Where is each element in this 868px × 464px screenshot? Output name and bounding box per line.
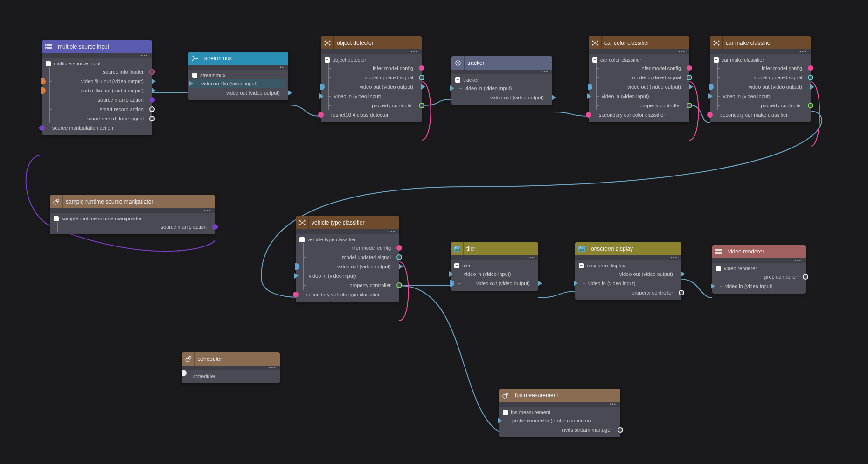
output-port[interactable]	[149, 116, 155, 121]
port-row[interactable]: video in (video input)	[451, 84, 552, 93]
port-row[interactable]: video out (video output)	[575, 269, 681, 279]
input-port[interactable]	[39, 125, 45, 131]
node-fps-measurement[interactable]: fps measurement ••• −fps measurement pro…	[499, 389, 620, 437]
input-port[interactable]	[182, 370, 187, 376]
port-row[interactable]: video out (video output)	[451, 279, 538, 288]
node-header[interactable]: object detector	[321, 36, 422, 49]
input-port[interactable]	[320, 84, 325, 90]
node-sample-runtime-source-manipulator[interactable]: sample runtime source manipulator ••• −s…	[50, 195, 215, 234]
input-port[interactable]	[588, 84, 592, 90]
node-header[interactable]: scheduler	[182, 352, 280, 366]
output-port[interactable]	[419, 65, 424, 71]
node-header[interactable]: fps measurement	[499, 389, 620, 402]
input-port[interactable]	[319, 93, 324, 99]
input-port[interactable]	[41, 87, 46, 94]
port-row[interactable]: video in (video input)	[296, 271, 399, 281]
node-drag-handle[interactable]: •••	[710, 49, 811, 54]
section-header[interactable]: −car color classifier	[589, 56, 689, 63]
output-port[interactable]	[681, 271, 685, 277]
input-port[interactable]	[189, 81, 193, 86]
node-drag-handle[interactable]: •••	[296, 229, 399, 234]
input-port[interactable]	[586, 112, 591, 118]
node-header[interactable]: streammux	[188, 52, 288, 65]
node-header[interactable]: onscreen display	[575, 242, 681, 255]
node-car-make-classifier[interactable]: car make classifier ••• −car make classi…	[710, 36, 811, 122]
port-row[interactable]: resnet10 4 class detector	[321, 110, 422, 120]
node-tracker[interactable]: tracker ••• −tracker video in (video inp…	[451, 56, 552, 105]
input-port[interactable]	[587, 93, 591, 99]
output-port[interactable]	[152, 88, 156, 93]
node-header[interactable]: multiple source input	[42, 40, 152, 53]
port-row[interactable]: audio %u out (audio output)	[42, 86, 152, 95]
input-port[interactable]	[711, 283, 715, 289]
port-row[interactable]: source manipulation action	[42, 123, 152, 133]
port-row[interactable]: model updated signal	[710, 73, 811, 82]
node-drag-handle[interactable]: •••	[321, 49, 422, 54]
node-drag-handle[interactable]: •••	[451, 255, 538, 260]
node-drag-handle[interactable]: •••	[42, 53, 152, 58]
node-graph-canvas[interactable]: multiple source input ••• − multiple sou…	[0, 0, 868, 464]
port-row[interactable]: infer model config	[710, 63, 811, 73]
port-row[interactable]: video out (video output)	[710, 82, 811, 91]
section-header[interactable]: −car make classifier	[710, 56, 811, 63]
port-row[interactable]: source info loader	[42, 67, 152, 77]
node-drag-handle[interactable]: •••	[589, 49, 689, 54]
output-port[interactable]	[687, 75, 692, 80]
collapse-icon[interactable]: −	[455, 77, 460, 83]
output-port[interactable]	[149, 97, 155, 103]
node-drag-handle[interactable]: •••	[499, 402, 620, 407]
port-row[interactable]: infer model config	[321, 63, 422, 73]
node-header[interactable]: vehicle type classifier	[296, 216, 399, 229]
node-header[interactable]: tracker	[451, 56, 552, 70]
port-row[interactable]: video in (video input)	[712, 281, 806, 291]
node-vehicle-type-classifier[interactable]: vehicle type classifier ••• −vehicle typ…	[296, 216, 399, 302]
collapse-icon[interactable]: −	[579, 263, 584, 268]
port-row[interactable]: video out (video output)	[188, 88, 288, 98]
node-drag-handle[interactable]: •••	[182, 366, 280, 370]
port-row[interactable]: smart record action	[42, 105, 152, 114]
port-row[interactable]: video in (video input)	[710, 91, 811, 101]
collapse-icon[interactable]: −	[325, 57, 330, 63]
output-port[interactable]	[396, 245, 402, 251]
port-row[interactable]: property controller	[710, 101, 811, 110]
port-row[interactable]: video out (video output)	[321, 82, 422, 91]
node-streammux[interactable]: streammux ••• −streammux video in %u (vi…	[188, 52, 288, 100]
port-row[interactable]: model updated signal	[296, 253, 399, 262]
port-row[interactable]: source manip action	[50, 222, 215, 232]
output-port[interactable]	[396, 282, 402, 288]
collapse-icon[interactable]: −	[454, 263, 459, 268]
input-port[interactable]	[574, 281, 578, 286]
output-port[interactable]	[808, 75, 813, 80]
input-port[interactable]	[707, 112, 713, 118]
section-header[interactable]: − multiple source input	[42, 60, 152, 67]
input-port[interactable]	[708, 93, 713, 99]
node-header[interactable]: car make classifier	[710, 36, 811, 49]
input-port[interactable]	[295, 263, 299, 270]
port-row[interactable]: source manip action	[42, 95, 152, 105]
node-car-color-classifier[interactable]: car color classifier ••• −car color clas…	[589, 36, 689, 122]
port-row[interactable]: property controller	[575, 288, 681, 297]
port-row[interactable]: property controller	[296, 281, 399, 290]
node-header[interactable]: car color classifier	[589, 36, 689, 49]
node-drag-handle[interactable]: •••	[451, 70, 552, 74]
node-header[interactable]: sample runtime source manipulator	[50, 195, 215, 208]
collapse-icon[interactable]: −	[46, 61, 51, 66]
node-onscreen-display[interactable]: onscreen display ••• −onscreen display v…	[575, 242, 681, 300]
port-row[interactable]: secondary car make classifier	[710, 110, 811, 120]
collapse-icon[interactable]: −	[54, 216, 59, 221]
port-row[interactable]: model updated signal	[321, 73, 422, 82]
port-row[interactable]: video in (video input)	[321, 91, 422, 101]
node-object-detector[interactable]: object detector ••• −object detector inf…	[321, 36, 422, 122]
output-port[interactable]	[679, 290, 684, 295]
node-drag-handle[interactable]: •••	[188, 65, 288, 70]
section-header[interactable]: −tiler	[451, 262, 538, 269]
input-port[interactable]	[41, 78, 46, 84]
output-port[interactable]	[618, 427, 623, 433]
port-row[interactable]: video out (video output)	[589, 82, 689, 91]
output-port[interactable]	[419, 75, 424, 80]
node-header[interactable]: tiler	[451, 242, 538, 255]
port-row[interactable]: model updated signal	[589, 73, 689, 82]
section-header[interactable]: −tracker	[451, 76, 552, 84]
node-video-renderer[interactable]: video renderer ••• −video renderer prop …	[712, 245, 806, 294]
input-port[interactable]	[450, 280, 454, 287]
